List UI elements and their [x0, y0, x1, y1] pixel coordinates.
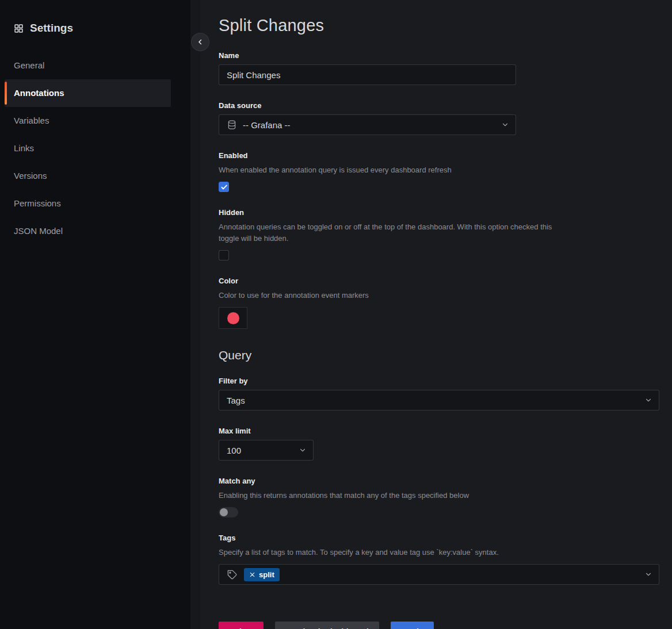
annotation-settings-panel: Split Changes Name Data source -- Grafan… [200, 0, 672, 629]
hidden-field-group: Hidden Annotation queries can be toggled… [219, 208, 659, 260]
query-section-heading: Query [219, 348, 659, 362]
color-swatch-circle [227, 312, 239, 324]
tags-description: Specify a list of tags to match. To spec… [219, 547, 558, 558]
max-limit-label: Max limit [219, 427, 659, 435]
tag-chip-label: split [259, 570, 274, 579]
tags-input[interactable]: split [219, 564, 659, 585]
sidebar-item-json-model[interactable]: JSON Model [5, 217, 171, 245]
settings-sidebar: Settings General Annotations Variables L… [0, 0, 190, 629]
filter-by-field-group: Filter by Tags [219, 377, 659, 411]
max-limit-value: 100 [227, 446, 241, 455]
dashboard-grid-icon [14, 24, 24, 33]
delete-button[interactable]: Delete [219, 622, 264, 629]
chevron-left-icon [196, 38, 204, 46]
match-any-field-group: Match any Enabling this returns annotati… [219, 477, 659, 517]
remove-tag-icon[interactable] [249, 572, 255, 578]
hidden-description: Annotation queries can be toggled on or … [219, 221, 558, 244]
sidebar-item-versions[interactable]: Versions [5, 162, 171, 190]
data-source-value: -- Grafana -- [243, 120, 291, 130]
apply-button[interactable]: Apply [391, 622, 434, 629]
data-source-select[interactable]: -- Grafana -- [219, 114, 516, 135]
tags-label: Tags [219, 534, 659, 542]
collapse-sidebar-button[interactable] [191, 33, 209, 51]
database-icon [227, 120, 237, 130]
chevron-down-icon [501, 121, 509, 129]
hidden-label: Hidden [219, 208, 659, 217]
sidebar-item-variables[interactable]: Variables [5, 107, 171, 135]
tag-chip-split[interactable]: split [244, 568, 280, 581]
data-source-field-group: Data source -- Grafana -- [219, 101, 659, 135]
tag-icon [227, 569, 238, 580]
hidden-checkbox[interactable] [219, 250, 229, 260]
color-field-group: Color Color to use for the annotation ev… [219, 277, 659, 329]
settings-nav: General Annotations Variables Links Vers… [0, 52, 190, 245]
sidebar-title: Settings [30, 22, 73, 34]
checkmark-icon [220, 183, 228, 191]
color-label: Color [219, 277, 659, 285]
sidebar-item-permissions[interactable]: Permissions [5, 190, 171, 217]
sidebar-item-general[interactable]: General [5, 52, 171, 79]
match-any-description: Enabling this returns annotations that m… [219, 490, 558, 501]
max-limit-field-group: Max limit 100 [219, 427, 659, 461]
filter-by-select[interactable]: Tags [219, 390, 659, 411]
max-limit-select[interactable]: 100 [219, 440, 314, 461]
enabled-description: When enabled the annotation query is iss… [219, 164, 558, 176]
match-any-toggle[interactable] [219, 507, 238, 517]
data-source-label: Data source [219, 101, 659, 110]
action-buttons-row: Delete Preview in dashboard Apply [219, 622, 659, 629]
color-picker[interactable] [219, 307, 247, 329]
preview-in-dashboard-button[interactable]: Preview in dashboard [275, 622, 379, 629]
chevron-down-icon [299, 446, 307, 454]
filter-by-label: Filter by [219, 377, 659, 385]
name-field-group: Name [219, 51, 659, 85]
sidebar-item-annotations[interactable]: Annotations [5, 79, 171, 107]
filter-by-value: Tags [227, 396, 245, 405]
sidebar-rail [190, 0, 200, 629]
toggle-knob [220, 508, 228, 516]
enabled-checkbox[interactable] [219, 182, 229, 192]
color-description: Color to use for the annotation event ma… [219, 290, 558, 301]
chevron-down-icon [644, 396, 652, 404]
sidebar-item-links[interactable]: Links [5, 135, 171, 162]
name-label: Name [219, 51, 659, 60]
enabled-field-group: Enabled When enabled the annotation quer… [219, 151, 659, 192]
tags-field-group: Tags Specify a list of tags to match. To… [219, 534, 659, 585]
page-title: Split Changes [219, 16, 659, 35]
enabled-label: Enabled [219, 151, 659, 160]
match-any-label: Match any [219, 477, 659, 485]
sidebar-header: Settings [0, 0, 190, 52]
chevron-down-icon [644, 570, 652, 578]
name-input[interactable] [219, 64, 516, 85]
